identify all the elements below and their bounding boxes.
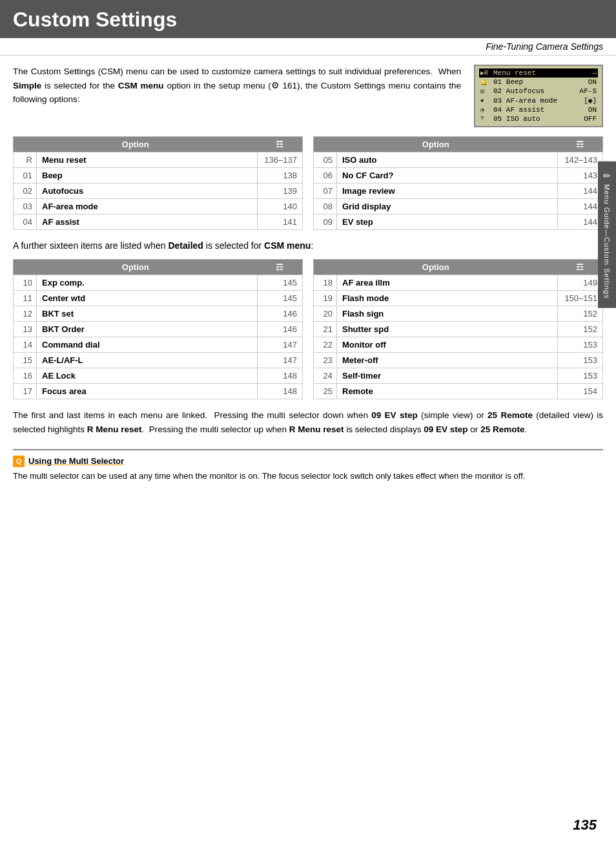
camera-row-r: ▶R Menu reset — [479,68,598,78]
simple-right-icon-header: ☶ [558,137,603,152]
row-page: 144 [558,215,603,230]
row-num: 16 [14,368,37,384]
page-number: 135 [573,817,597,833]
row-num: 14 [14,337,37,353]
row-page: 145 [258,275,303,291]
row-page: 145 [258,291,303,306]
table-row: 12 BKT set 146 [14,306,303,322]
subtitle-text: Fine-Tuning Camera Settings [486,41,603,52]
table-row: 22 Monitor off 153 [314,337,603,353]
row-num: 15 [14,353,37,368]
table-row: 15 AE-L/AF-L 147 [14,353,303,368]
row-page: 138 [258,168,303,183]
row-name: EV step [337,215,558,230]
row-name: Autofocus [37,183,258,199]
detailed-right-header: Option [314,260,558,275]
row-name: AE-L/AF-L [37,353,258,368]
detailed-table-left: Option ☶ 10 Exp comp. 145 11 Center wtd … [13,259,303,399]
row-num: 03 [14,199,37,215]
row-num: 19 [314,291,337,306]
row-num: 02 [14,183,37,199]
section-divider: A further sixteen items are listed when … [13,239,603,253]
side-tab: ✏ Menu Guide—Custom Settings [598,162,616,308]
bottom-text: The first and last items in each menu ar… [13,408,603,437]
row-page: 152 [558,306,603,322]
row-name: AF-area mode [37,199,258,215]
row-page: 150–151 [558,291,603,306]
table-row: 05 ISO auto 142–143 [314,152,603,168]
detailed-tables: Option ☶ 10 Exp comp. 145 11 Center wtd … [13,259,603,399]
row-num: 12 [14,306,37,322]
row-name: AF assist [37,215,258,230]
row-name: Menu reset [37,152,258,168]
table-row: 23 Meter-off 153 [314,353,603,368]
table-row: 04 AF assist 141 [14,215,303,230]
row-name: Image review [337,183,558,199]
side-tab-label: ✏ Menu Guide—Custom Settings [602,171,612,299]
simple-right-header: Option [314,137,558,152]
row-page: 149 [558,275,603,291]
table-row: 17 Focus area 148 [14,384,303,399]
row-page: 139 [258,183,303,199]
camera-icon-04: ◔ [480,107,492,114]
row-name: Center wtd [37,291,258,306]
camera-icon-01: 🔔 [480,79,492,86]
note-text: The multi selector can be used at any ti… [13,470,603,483]
row-name: ISO auto [337,152,558,168]
row-name: Flash sign [337,306,558,322]
table-row: R Menu reset 136–137 [14,152,303,168]
table-row: 25 Remote 154 [314,384,603,399]
row-page: 141 [258,215,303,230]
page-title: Custom Settings [13,8,177,32]
table-row: 21 Shutter spd 152 [314,322,603,337]
table-row: 11 Center wtd 145 [14,291,303,306]
row-num: 24 [314,368,337,384]
row-page: 146 [258,306,303,322]
row-page: 136–137 [258,152,303,168]
row-page: 147 [258,337,303,353]
detailed-left-icon-header: ☶ [258,260,303,275]
row-page: 142–143 [558,152,603,168]
camera-row-05: ? 05 ISO auto OFF [479,114,598,123]
row-page: 153 [558,368,603,384]
table-row: 16 AE Lock 148 [14,368,303,384]
row-num: 22 [314,337,337,353]
camera-icon-02: ◎ [480,87,492,95]
row-num: 18 [314,275,337,291]
row-num: 13 [14,322,37,337]
table-row: 24 Self-timer 153 [314,368,603,384]
intro-section: The Custom Settings (CSM) menu can be us… [13,65,603,127]
row-name: Focus area [37,384,258,399]
note-title: Q Using the Multi Selector [13,456,603,467]
note-box: Q Using the Multi Selector The multi sel… [13,449,603,483]
row-page: 153 [558,337,603,353]
table-row: 20 Flash sign 152 [314,306,603,322]
camera-icon-05: ? [480,116,492,122]
simple-left-icon-header: ☶ [258,137,303,152]
row-num: 20 [314,306,337,322]
detailed-left-header: Option [14,260,258,275]
row-name: Flash mode [337,291,558,306]
simple-table-left: Option ☶ R Menu reset 136–137 01 Beep 13… [13,136,303,230]
row-page: 148 [258,368,303,384]
row-page: 154 [558,384,603,399]
table-row: 14 Command dial 147 [14,337,303,353]
row-name: Exp comp. [37,275,258,291]
main-content: The Custom Settings (CSM) menu can be us… [0,56,616,489]
camera-row-01: 🔔 01 Beep ON [479,78,598,87]
camera-row-04: ◔ 04 AF assist ON [479,105,598,114]
row-name: No CF Card? [337,168,558,183]
row-num: 21 [314,322,337,337]
row-num: 25 [314,384,337,399]
row-page: 152 [558,322,603,337]
row-page: 140 [258,199,303,215]
row-name: Command dial [37,337,258,353]
table-row: 06 No CF Card? 143 [314,168,603,183]
row-num: R [14,152,37,168]
row-page: 147 [258,353,303,368]
row-num: 07 [314,183,337,199]
row-name: Meter-off [337,353,558,368]
row-name: BKT set [37,306,258,322]
row-name: Remote [337,384,558,399]
table-row: 13 BKT Order 146 [14,322,303,337]
